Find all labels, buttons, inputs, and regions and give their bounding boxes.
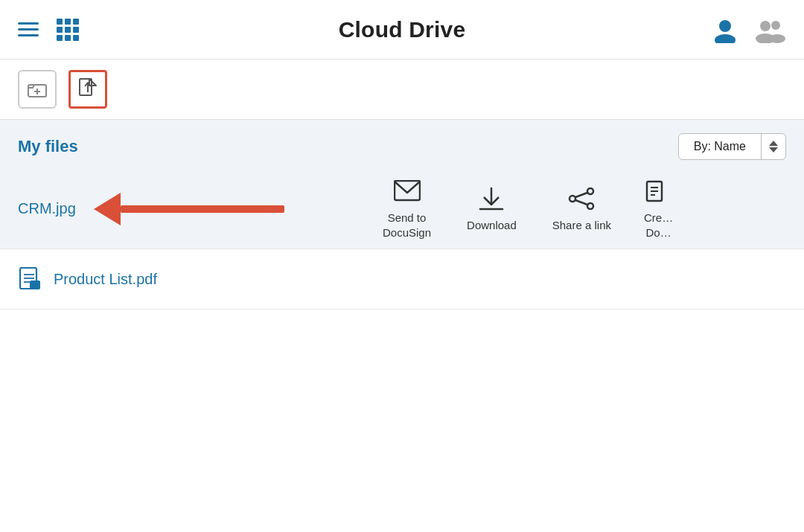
download-label: Download — [467, 218, 517, 233]
upload-file-button[interactable] — [68, 70, 107, 109]
sort-down-arrow-icon — [769, 147, 778, 153]
add-folder-button[interactable] — [18, 70, 57, 109]
file-name-crm: CRM.jpg — [18, 200, 76, 217]
svg-line-16 — [575, 193, 587, 197]
svg-point-4 — [771, 21, 780, 30]
add-folder-icon — [27, 79, 48, 100]
svg-line-17 — [575, 200, 587, 205]
header: Cloud Drive — [0, 0, 804, 60]
sort-control[interactable]: By: Name — [678, 133, 786, 160]
hamburger-menu-icon[interactable] — [18, 22, 39, 36]
share-a-link-label: Share a link — [552, 218, 611, 233]
section-title: My files — [18, 137, 78, 156]
files-header: My files By: Name — [18, 133, 786, 160]
file-name-product-list: Product List.pdf — [54, 271, 157, 288]
create-partial-icon — [644, 178, 671, 205]
sort-up-arrow-icon — [769, 141, 778, 146]
grid-menu-icon[interactable] — [57, 19, 79, 41]
toolbar — [0, 60, 804, 120]
file-actions-bar: Send to DocuSign Download — [357, 169, 804, 249]
send-to-docusign-label: Send to DocuSign — [383, 211, 431, 240]
arrow-body — [121, 205, 284, 213]
svg-point-2 — [760, 21, 770, 31]
svg-rect-26 — [30, 281, 40, 289]
sort-label: By: Name — [679, 134, 762, 159]
group-users-icon[interactable] — [753, 16, 786, 43]
page-title: Cloud Drive — [339, 17, 466, 42]
svg-point-1 — [715, 34, 736, 43]
svg-point-0 — [719, 20, 731, 32]
share-icon — [568, 185, 595, 212]
user-icon[interactable] — [712, 16, 738, 43]
file-list: CRM.jpg Send to DocuSign — [0, 169, 804, 310]
send-to-docusign-button[interactable]: Send to DocuSign — [365, 169, 449, 249]
create-partial-button[interactable]: Cre… Do… — [629, 169, 680, 249]
header-left — [18, 19, 79, 41]
share-a-link-button[interactable]: Share a link — [535, 176, 629, 242]
pdf-file-icon — [18, 267, 42, 291]
upload-file-icon — [77, 77, 98, 101]
svg-point-14 — [587, 203, 593, 209]
table-row: CRM.jpg Send to DocuSign — [0, 169, 804, 249]
toolbar-left — [18, 70, 107, 109]
download-button[interactable]: Download — [449, 176, 535, 242]
svg-point-5 — [769, 34, 785, 43]
arrow-annotation — [94, 193, 284, 225]
create-partial-label: Cre… Do… — [644, 211, 673, 240]
arrow-head-icon — [94, 193, 121, 225]
files-section-header: My files By: Name — [0, 120, 804, 169]
file-info-crm[interactable]: CRM.jpg — [0, 169, 357, 249]
svg-point-13 — [587, 188, 593, 194]
sort-arrows-button[interactable] — [762, 134, 785, 159]
envelope-icon — [394, 178, 421, 205]
download-icon — [478, 185, 505, 212]
header-right — [712, 16, 786, 43]
table-row[interactable]: Product List.pdf — [0, 249, 804, 310]
svg-point-15 — [570, 196, 575, 202]
